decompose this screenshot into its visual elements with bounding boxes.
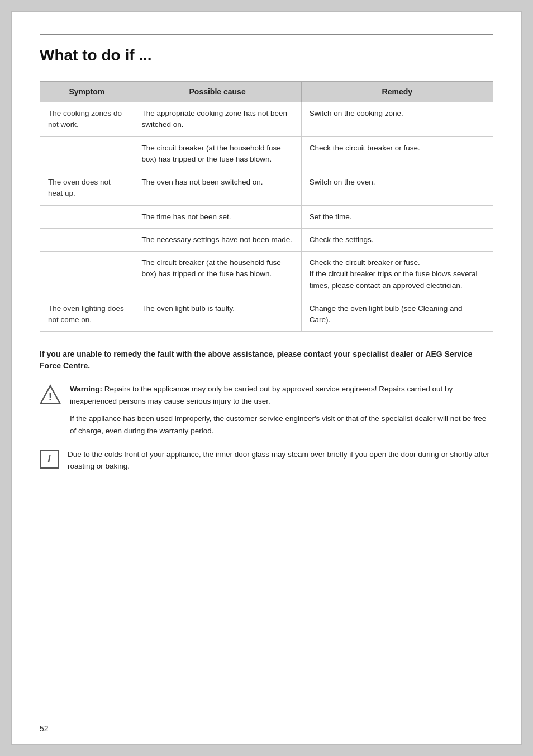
- cell-symptom: [40, 228, 134, 251]
- warning-text1: Repairs to the applicance may only be ca…: [70, 385, 453, 405]
- cell-symptom: [40, 252, 134, 297]
- warning-label: Warning:: [70, 385, 102, 393]
- warning-icon: !: [40, 384, 61, 405]
- cell-remedy: Set the time.: [301, 205, 493, 228]
- page-title: What to do if ...: [40, 46, 493, 64]
- warning-text2: If the appliance has been used improperl…: [70, 413, 493, 437]
- col-header-remedy: Remedy: [301, 82, 493, 102]
- cell-cause: The appropriate cooking zone has not bee…: [134, 102, 301, 137]
- cell-cause: The necessary settings have not been mad…: [134, 228, 301, 251]
- cell-symptom: [40, 205, 134, 228]
- info-block: i Due to the colds front of your applian…: [40, 448, 493, 472]
- troubleshoot-table: Symptom Possible cause Remedy The cookin…: [40, 81, 493, 332]
- cell-symptom: The cooking zones do not work.: [40, 102, 134, 137]
- info-text: Due to the colds front of your appliance…: [68, 448, 493, 472]
- cell-remedy: Switch on the cooking zone.: [301, 102, 493, 137]
- warning-text: Warning: Repairs to the applicance may o…: [70, 383, 493, 437]
- top-border: [40, 34, 493, 35]
- col-header-cause: Possible cause: [134, 82, 301, 102]
- cell-symptom: [40, 136, 134, 171]
- page-number: 52: [40, 724, 49, 733]
- table-row: The oven does not heat up.The oven has n…: [40, 171, 493, 206]
- cell-cause: The circuit breaker (at the household fu…: [134, 136, 301, 171]
- cell-remedy: Check the circuit breaker or fuse.If the…: [301, 252, 493, 297]
- svg-text:!: !: [49, 391, 52, 403]
- cell-cause: The circuit breaker (at the household fu…: [134, 252, 301, 297]
- table-row: The time has not been set.Set the time.: [40, 205, 493, 228]
- cell-cause: The oven has not been switched on.: [134, 171, 301, 206]
- cell-cause: The time has not been set.: [134, 205, 301, 228]
- cell-remedy: Check the settings.: [301, 228, 493, 251]
- table-row: The circuit breaker (at the household fu…: [40, 252, 493, 297]
- cell-symptom: The oven lighting does not come on.: [40, 297, 134, 332]
- cell-remedy: Change the oven light bulb (see Cleaning…: [301, 297, 493, 332]
- table-row: The oven lighting does not come on.The o…: [40, 297, 493, 332]
- col-header-symptom: Symptom: [40, 82, 134, 102]
- table-row: The cooking zones do not work.The approp…: [40, 102, 493, 137]
- cell-symptom: The oven does not heat up.: [40, 171, 134, 206]
- cell-remedy: Check the circuit breaker or fuse.: [301, 136, 493, 171]
- table-row: The circuit breaker (at the household fu…: [40, 136, 493, 171]
- info-icon: i: [40, 450, 59, 469]
- cell-cause: The oven light bulb is faulty.: [134, 297, 301, 332]
- warning-block: ! Warning: Repairs to the applicance may…: [40, 383, 493, 437]
- contact-note: If you are unable to remedy the fault wi…: [40, 348, 493, 372]
- page: What to do if ... Symptom Possible cause…: [11, 11, 522, 745]
- table-row: The necessary settings have not been mad…: [40, 228, 493, 251]
- cell-remedy: Switch on the oven.: [301, 171, 493, 206]
